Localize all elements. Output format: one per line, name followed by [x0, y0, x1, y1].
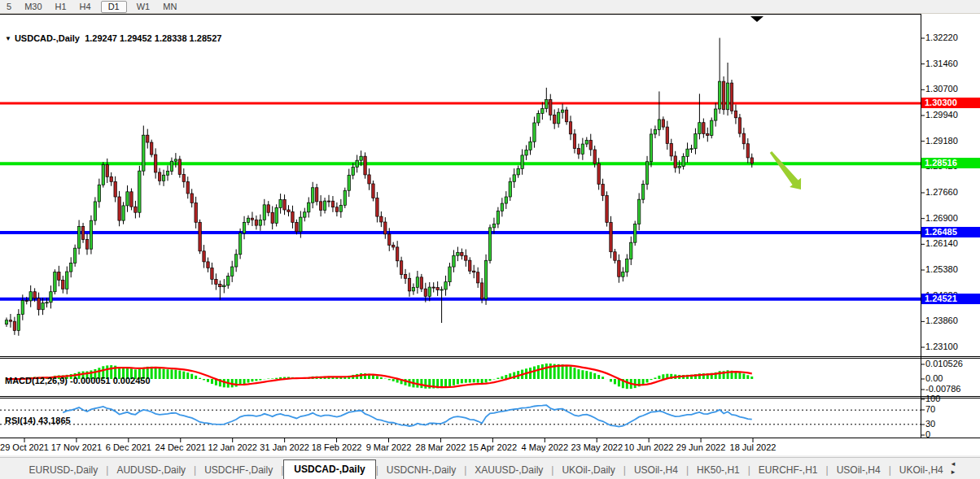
chart-title-ohlc: ▼USDCAD-,Daily 1.29247 1.29452 1.28338 1… — [5, 33, 221, 43]
support-line-blue-1-price-label: 1.26485 — [921, 227, 980, 237]
symbol-tab-eurusd-daily[interactable]: EURUSD-,Daily — [21, 461, 107, 479]
macd-indicator-label: MACD(12,26,9) -0.000051 0.002450 — [5, 376, 151, 385]
timeframe-button-m30[interactable]: M30 — [18, 1, 48, 13]
date-axis: 29 Oct 202117 Nov 20216 Dec 202124 Dec 2… — [0, 440, 980, 455]
symbol-tab-eurchf-h1[interactable]: EURCHF-,H1 — [750, 461, 826, 479]
symbol-tab-usoil-h4[interactable]: USOil-,H4 — [626, 461, 686, 479]
price-tick-label: 1.27660 — [925, 187, 958, 197]
date-tick-label: 29 Jun 2022 — [676, 442, 726, 452]
rsi-tick-label: 70 — [925, 404, 935, 414]
symbol-tab-ukoil-daily[interactable]: UKOil-,Daily — [553, 461, 623, 479]
symbol-tab-usdcad-daily[interactable]: USDCAD-,Daily — [283, 459, 375, 479]
tab-scroll-arrows[interactable]: ◂ ▸ — [952, 456, 980, 479]
timeframe-toolbar: 5M30H1H4D1W1MN — [0, 0, 980, 14]
price-tick-label: 1.26900 — [925, 213, 958, 223]
price-tick-label: 1.29940 — [925, 110, 958, 120]
price-tick-label: 1.29180 — [925, 136, 958, 146]
pane-divider — [0, 396, 980, 397]
date-tick-label: 24 Dec 2021 — [155, 442, 206, 452]
symbol-tab-hk50-h1[interactable]: HK50-,H1 — [689, 461, 748, 479]
ohlc-low: 1.28338 — [155, 33, 187, 43]
price-tick-label: 1.26140 — [925, 238, 958, 248]
date-tick-label: 31 Jan 2022 — [260, 442, 309, 452]
date-tick-label: 9 Mar 2022 — [366, 442, 412, 452]
ohlc-high: 1.29452 — [120, 33, 152, 43]
timeframe-button-h1[interactable]: H1 — [49, 1, 73, 13]
date-tick-label: 10 Jun 2022 — [624, 442, 674, 452]
macd-tick-label: 0.00 — [925, 373, 943, 383]
date-tick-label: 18 Jul 2022 — [730, 442, 777, 452]
rsi-tick-label: 30 — [925, 419, 935, 429]
symbol-tab-usdchf-daily[interactable]: USDCHF-,Daily — [196, 461, 281, 479]
symbol-tab-bar: EURUSD-,Daily|AUDUSD-,Daily|USDCHF-,Dail… — [0, 457, 980, 479]
date-tick-label: 29 Oct 2021 — [0, 442, 49, 452]
date-tick-label: 17 Nov 2021 — [51, 442, 102, 452]
pane-divider — [0, 398, 980, 398]
resistance-line-price-label: 1.30300 — [921, 98, 980, 108]
price-tick-label: 1.25380 — [925, 264, 958, 274]
symbol-tab-xauusd-daily[interactable]: XAUUSD-,Daily — [466, 461, 551, 479]
macd-tick-label: -0.00786 — [925, 384, 960, 394]
chart-symbol-label: USDCAD-,Daily — [15, 33, 80, 43]
timeframe-button-w1[interactable]: W1 — [130, 1, 157, 13]
symbol-tab-usoil-h4[interactable]: USOil-,H4 — [829, 461, 889, 479]
price-tick-label: 1.32220 — [925, 33, 958, 42]
rsi-tick-label: 100 — [925, 394, 940, 403]
price-tick-label: 1.23100 — [925, 342, 958, 351]
support-line-green-price-label: 1.28516 — [921, 158, 980, 168]
date-tick-label: 23 May 2022 — [571, 442, 623, 452]
pane-divider — [0, 14, 921, 15]
date-tick-label: 18 Feb 2022 — [312, 442, 362, 452]
date-tick-label: 28 Mar 2022 — [416, 442, 466, 452]
pane-divider — [0, 438, 980, 438]
timeframe-button-d1[interactable]: D1 — [101, 1, 127, 13]
date-tick-label: 12 Jan 2022 — [208, 442, 257, 452]
macd-tick-label: 0.010526 — [925, 359, 963, 368]
symbol-tab-audusd-daily[interactable]: AUDUSD-,Daily — [108, 461, 194, 479]
support-line-blue-2-price-label: 1.24521 — [921, 294, 980, 304]
price-tick-label: 1.30700 — [925, 84, 958, 94]
price-tick-label: 1.23860 — [925, 316, 958, 325]
ohlc-close: 1.28527 — [190, 33, 222, 43]
chevron-down-icon[interactable]: ▼ — [5, 35, 11, 42]
rsi-indicator-label: RSI(14) 43.1865 — [5, 416, 71, 425]
pane-divider — [0, 356, 980, 357]
price-tick-label: 1.31460 — [925, 59, 958, 68]
date-tick-label: 15 Apr 2022 — [469, 442, 517, 452]
timeframe-button-h4[interactable]: H4 — [73, 1, 98, 13]
date-tick-label: 4 May 2022 — [522, 442, 568, 452]
ohlc-open: 1.29247 — [85, 33, 117, 43]
date-tick-label: 6 Dec 2021 — [106, 442, 151, 452]
pane-divider — [0, 358, 980, 359]
timeframe-button-5[interactable]: 5 — [0, 1, 18, 13]
symbol-tab-ukoil-h4[interactable]: UKOil-,H4 — [891, 461, 952, 479]
timeframe-button-mn[interactable]: MN — [156, 1, 183, 13]
chart-window[interactable]: ▼USDCAD-,Daily 1.29247 1.29452 1.28338 1… — [0, 14, 980, 455]
symbol-tab-usdcnh-daily[interactable]: USDCNH-,Daily — [378, 461, 464, 479]
